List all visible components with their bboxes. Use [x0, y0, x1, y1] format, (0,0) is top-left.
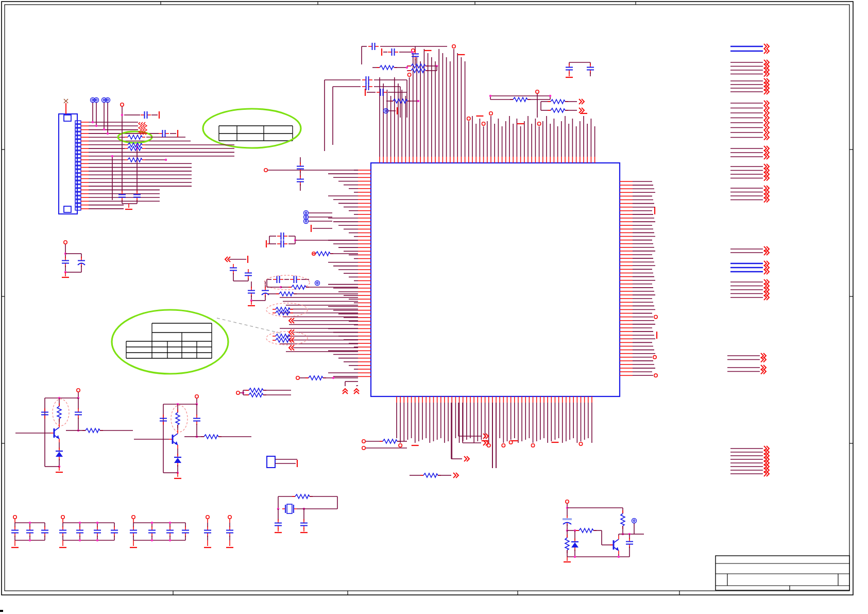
oscillator-circuit-1 [15, 389, 133, 472]
sheet-artifact-mark [0, 610, 3, 612]
decoupling-cap-banks [11, 516, 233, 547]
ic-body [371, 163, 620, 396]
ic-pins-left [328, 170, 371, 376]
ic-pins-right [620, 181, 657, 377]
table-1 [219, 126, 293, 141]
table-2 [126, 323, 212, 358]
schematic-canvas[interactable] [0, 0, 868, 614]
connector-body [59, 114, 77, 214]
schematic-sheet[interactable] [0, 0, 868, 614]
main-ic [371, 163, 620, 396]
offpage-connectors-right [727, 44, 769, 476]
title-block [716, 556, 849, 590]
oscillator-circuit-2 [134, 395, 251, 478]
ic-pins-bottom [397, 396, 592, 468]
